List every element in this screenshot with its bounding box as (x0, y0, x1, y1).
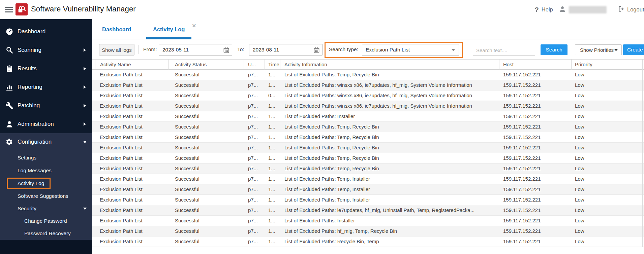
sidebar-subitem-password-recovery[interactable]: Password Recovery (0, 227, 92, 240)
sidebar-subitem-label: Password Recovery (24, 230, 71, 237)
cell-user: p7... (244, 111, 265, 122)
sidebar-item-administration[interactable]: Administration (0, 115, 92, 133)
cell-status: Successful (169, 164, 244, 174)
hamburger-menu-icon[interactable] (5, 7, 13, 12)
cell-name: Exclusion Path List (95, 101, 169, 111)
sidebar-subitem-log-messages[interactable]: Log Messages (0, 164, 92, 177)
cell-user: p7... (244, 174, 265, 184)
table-row[interactable]: Exclusion Path ListSuccessfulp7...1...Li… (92, 80, 644, 90)
cell-user: p7... (244, 195, 265, 205)
tab-dashboard[interactable]: Dashboard (95, 19, 138, 39)
cell-info: List of Excluded Paths: winsxs x86, ie7u… (280, 90, 499, 101)
cell-priority: Low (572, 226, 642, 237)
logout-button[interactable]: Logout (618, 0, 644, 19)
search-button[interactable]: Search (541, 44, 568, 55)
column-header-host[interactable]: Host (499, 60, 572, 70)
chevron-right-icon (84, 85, 86, 89)
app-window: Software Vulnerability Manager ? Help (0, 0, 644, 254)
chevron-right-icon (84, 48, 86, 52)
cell-status: Successful (169, 153, 244, 164)
sidebar-item-reporting[interactable]: Reporting (0, 78, 92, 96)
calendar-icon[interactable] (223, 47, 229, 55)
column-header-activity-status[interactable]: Activity Status (169, 60, 244, 70)
table-row[interactable]: Exclusion Path ListSuccessfulp7...1...Li… (92, 111, 644, 122)
table-row[interactable]: Exclusion Path ListSuccessfulp7...1...Li… (92, 184, 644, 195)
cell-info: List of Excluded Paths: Temp, Recycle Bi… (280, 153, 499, 164)
table-row[interactable]: Exclusion Path ListSuccessfulp7...1...Li… (92, 195, 644, 205)
cell-priority: Low (572, 174, 642, 184)
cell-info: List of Excluded Paths: Temp, Recycle Bi… (280, 122, 499, 132)
table-row[interactable]: Exclusion Path ListSuccessfulp7...1...Li… (92, 205, 644, 216)
cell-time: 1... (265, 216, 280, 226)
cell-host: 159.117.152.221 (499, 195, 572, 205)
tab-close-icon[interactable]: ✕ (192, 23, 196, 29)
sidebar-subitem-software-suggestions[interactable]: Software Suggestions (0, 190, 92, 203)
calendar-icon[interactable] (313, 47, 320, 55)
cell-time: 1... (265, 101, 280, 111)
sidebar-item-patching[interactable]: Patching (0, 96, 92, 115)
column-header-activity-name[interactable]: Activity Name (95, 60, 169, 70)
table-row[interactable]: Exclusion Path ListSuccessfulp7...1...Li… (92, 226, 644, 237)
sidebar-subitem-security[interactable]: Security (0, 203, 92, 215)
cell-priority: Low (572, 205, 642, 216)
cell-time: 1... (265, 195, 280, 205)
sidebar-item-configuration[interactable]: Configuration (0, 133, 92, 151)
chevron-down-icon (83, 141, 87, 143)
table-row[interactable]: Exclusion Path ListSuccessfulp7...1...Li… (92, 143, 644, 153)
cell-user: p7... (244, 153, 265, 164)
chevron-right-icon (84, 67, 86, 70)
sidebar-item-label: Administration (18, 121, 54, 128)
table-row[interactable]: Exclusion Path ListSuccessfulp7...0...Li… (92, 90, 644, 101)
help-button[interactable]: ? Help (534, 0, 553, 19)
cell-name: Exclusion Path List (95, 132, 169, 143)
cell-host: 159.117.152.221 (499, 174, 572, 184)
from-date-input[interactable]: 2023-05-11 (159, 44, 232, 56)
table-row[interactable]: Exclusion Path ListSuccessfulp7...1...Li… (92, 132, 644, 143)
cell-user: p7... (244, 80, 265, 90)
column-header-activity-information[interactable]: Activity Information (280, 60, 499, 70)
cell-host: 159.117.152.221 (499, 90, 572, 101)
table-row[interactable]: Exclusion Path ListSuccessfulp7...1...Li… (92, 237, 644, 247)
table-row[interactable]: Exclusion Path ListSuccessfulp7...1...Li… (92, 216, 644, 226)
cell-host: 159.117.152.221 (499, 80, 572, 90)
tab-activity-log[interactable]: Activity Log✕ (146, 19, 191, 39)
table-row[interactable]: Exclusion Path ListSuccessfulp7...1...Li… (92, 101, 644, 111)
from-label: From: (143, 39, 157, 60)
sidebar-item-dashboard[interactable]: Dashboard (0, 22, 92, 41)
column-header-time[interactable]: Time (265, 60, 280, 70)
table-row[interactable]: Exclusion Path ListSuccessfulp7...1...Li… (92, 70, 644, 80)
sidebar-item-scanning[interactable]: Scanning (0, 41, 92, 59)
cell-time: 1... (265, 226, 280, 237)
sidebar-subitem-change-password[interactable]: Change Password (0, 215, 92, 227)
app-title: Software Vulnerability Manager (31, 5, 136, 13)
cell-name: Exclusion Path List (95, 164, 169, 174)
cell-status: Successful (169, 101, 244, 111)
sidebar-item-label: Results (18, 65, 37, 72)
cell-info: List of Excluded Paths: hf_mig, Temp, Re… (280, 226, 499, 237)
cell-info: List of Excluded Paths: Temp, Installer (280, 174, 499, 184)
create-button[interactable]: Create N (623, 44, 644, 55)
toolbar: Show all logs From: 2023-05-11 To: (92, 39, 644, 60)
table-row[interactable]: Exclusion Path ListSuccessfulp7...1...Li… (92, 164, 644, 174)
search-type-dropdown[interactable]: Exclusion Path List (362, 44, 459, 56)
sidebar-subitem-settings[interactable]: Settings (0, 151, 92, 164)
table-header-row: Activity NameActivity StatusU...TimeActi… (92, 60, 644, 70)
sidebar-subitem-activity-log[interactable]: Activity Log (0, 177, 92, 190)
cell-status: Successful (169, 132, 244, 143)
cell-user: p7... (244, 205, 265, 216)
cell-time: 1... (265, 237, 280, 247)
table-row[interactable]: Exclusion Path ListSuccessfulp7...1...Li… (92, 174, 644, 184)
table-row[interactable]: Exclusion Path ListSuccessfulp7...1...Li… (92, 153, 644, 164)
column-header-priority[interactable]: Prirority (572, 60, 642, 70)
show-priorities-button[interactable]: Show Priorities (575, 44, 622, 55)
cell-status: Successful (169, 90, 244, 101)
cell-name: Exclusion Path List (95, 205, 169, 216)
cell-priority: Low (572, 184, 642, 195)
cell-time: 1... (265, 205, 280, 216)
to-date-input[interactable]: 2023-08-11 (249, 44, 323, 56)
show-all-logs-button[interactable]: Show all logs (99, 44, 134, 56)
column-header-user[interactable]: U... (244, 60, 265, 70)
table-row[interactable]: Exclusion Path ListSuccessfulp7...1...Li… (92, 122, 644, 132)
sidebar-item-results[interactable]: Results (0, 59, 92, 78)
search-text-input[interactable] (473, 45, 535, 56)
